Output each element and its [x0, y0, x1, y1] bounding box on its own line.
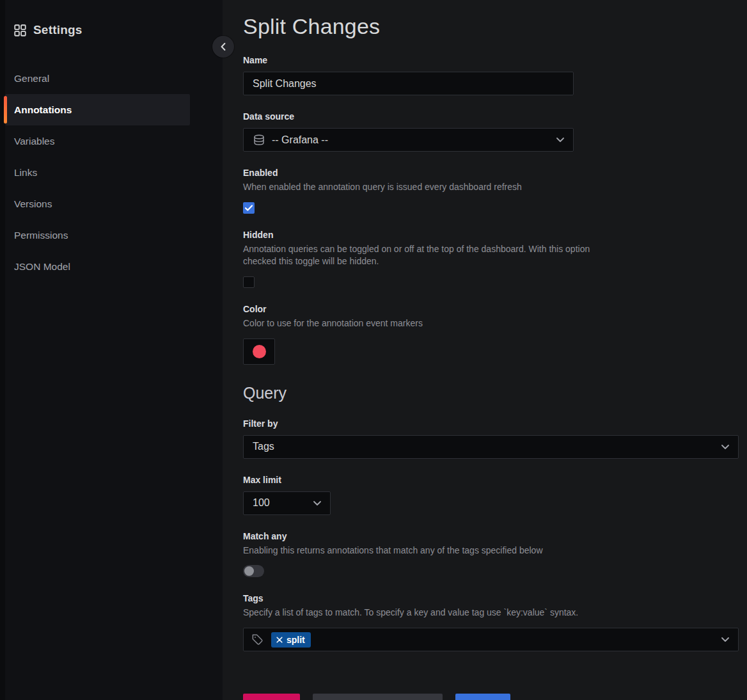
color-description: Color to use for the annotation event ma…: [243, 317, 739, 330]
filter-by-field-group: Filter by Tags: [243, 418, 739, 459]
close-icon[interactable]: [276, 637, 283, 643]
data-source-select[interactable]: -- Grafana --: [243, 128, 574, 152]
checkmark-icon: [245, 205, 253, 211]
color-field-group: Color Color to use for the annotation ev…: [243, 304, 739, 365]
sidebar-item-links[interactable]: Links: [5, 157, 223, 188]
preview-in-dashboard-button[interactable]: Preview in dashboard: [313, 694, 443, 700]
sidebar-item-label: Permissions: [14, 230, 68, 241]
max-limit-select[interactable]: 100: [243, 491, 331, 515]
match-any-description: Enabling this returns annotations that m…: [243, 545, 739, 557]
max-limit-value: 100: [253, 497, 270, 509]
max-limit-label: Max limit: [243, 475, 739, 485]
max-limit-field-group: Max limit 100: [243, 475, 739, 515]
name-input[interactable]: [243, 72, 574, 95]
annotation-settings-panel: Split Changes Name Data source -- Grafan…: [223, 0, 747, 700]
tags-description: Specify a list of tags to match. To spec…: [243, 607, 739, 619]
toggle-knob: [244, 566, 254, 576]
sidebar-item-permissions[interactable]: Permissions: [5, 219, 223, 251]
sidebar-title: Settings: [33, 23, 83, 37]
actions-row: Delete Preview in dashboard Apply: [243, 694, 739, 700]
name-field-group: Name: [243, 55, 739, 95]
sidebar-item-label: Annotations: [14, 104, 72, 116]
annotation-color-swatch: [253, 345, 266, 358]
enabled-field-group: Enabled When enabled the annotation quer…: [243, 168, 739, 214]
query-section-heading: Query: [243, 384, 739, 402]
enabled-checkbox[interactable]: [243, 202, 255, 214]
page-title: Split Changes: [243, 14, 739, 39]
sidebar-item-variables[interactable]: Variables: [5, 125, 223, 157]
data-source-value: -- Grafana --: [272, 134, 328, 146]
collapse-sidebar-button[interactable]: [212, 36, 234, 58]
sidebar-item-label: Variables: [14, 136, 54, 147]
hidden-field-group: Hidden Annotation queries can be toggled…: [243, 230, 739, 288]
sidebar-item-label: Versions: [14, 198, 52, 210]
sidebar-item-label: General: [14, 73, 49, 84]
database-icon: [253, 134, 265, 147]
data-source-label: Data source: [243, 111, 739, 122]
enabled-description: When enabled the annotation query is iss…: [243, 181, 739, 193]
tags-label: Tags: [243, 593, 739, 603]
match-any-field-group: Match any Enabling this returns annotati…: [243, 531, 739, 578]
sidebar-item-versions[interactable]: Versions: [5, 188, 223, 219]
sidebar-item-general[interactable]: General: [5, 63, 223, 94]
hidden-label: Hidden: [243, 230, 739, 240]
name-label: Name: [243, 55, 739, 65]
chevron-down-icon: [721, 445, 729, 449]
hidden-checkbox[interactable]: [243, 276, 255, 288]
apps-grid-icon: [14, 24, 26, 36]
annotation-color-picker[interactable]: [243, 338, 275, 365]
chevron-down-icon: [313, 501, 321, 505]
apply-button[interactable]: Apply: [455, 694, 510, 700]
tag-pill-split[interactable]: split: [271, 632, 311, 648]
chevron-left-icon: [221, 43, 226, 51]
settings-nav: General Annotations Variables Links Vers…: [5, 63, 223, 282]
filter-by-select[interactable]: Tags: [243, 435, 739, 459]
chevron-down-icon: [721, 637, 729, 642]
tags-input[interactable]: split: [243, 628, 739, 651]
sidebar-item-annotations[interactable]: Annotations: [5, 94, 190, 125]
hidden-description: Annotation queries can be toggled on or …: [243, 243, 622, 267]
sidebar-item-label: JSON Model: [14, 261, 70, 273]
filter-by-value: Tags: [253, 441, 274, 452]
settings-sidebar: Settings General Annotations Variables L…: [0, 0, 223, 700]
match-any-label: Match any: [243, 531, 739, 541]
enabled-label: Enabled: [243, 168, 739, 178]
data-source-field-group: Data source -- Grafana --: [243, 111, 739, 152]
sidebar-item-label: Links: [14, 167, 37, 179]
delete-button[interactable]: Delete: [243, 694, 300, 700]
sidebar-item-json-model[interactable]: JSON Model: [5, 251, 223, 282]
color-label: Color: [243, 304, 739, 314]
tag-pill-label: split: [287, 635, 305, 645]
chevron-down-icon: [556, 138, 564, 142]
tags-field-group: Tags Specify a list of tags to match. To…: [243, 593, 739, 651]
filter-by-label: Filter by: [243, 418, 739, 429]
sidebar-header: Settings: [5, 23, 223, 37]
tag-icon: [251, 633, 263, 646]
match-any-toggle[interactable]: [243, 565, 264, 577]
